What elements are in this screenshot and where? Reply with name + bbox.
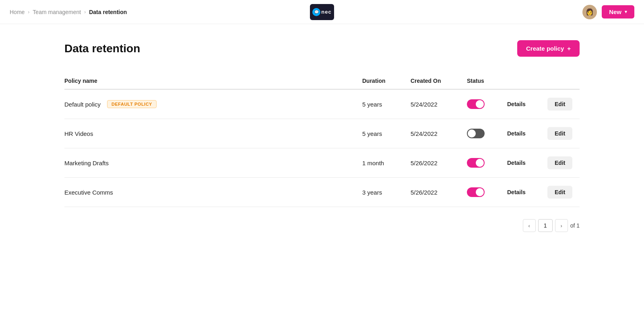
edit-button-2[interactable]: Edit xyxy=(547,156,572,169)
new-button-chevron: ▾ xyxy=(625,9,627,14)
pagination-next[interactable]: › xyxy=(555,219,568,232)
col-status-2[interactable] xyxy=(467,158,507,168)
col-created-2: 5/26/2022 xyxy=(411,160,467,166)
toggle-knob-0 xyxy=(476,100,484,108)
logo: 💬 nec xyxy=(310,4,334,20)
col-duration-3: 3 years xyxy=(362,189,411,196)
edit-button-1[interactable]: Edit xyxy=(547,127,572,140)
topbar: Home › Team management › Data retention … xyxy=(0,0,644,24)
col-header-policy-name: Policy name xyxy=(64,78,362,84)
col-duration-2: 1 month xyxy=(362,160,411,166)
policies-table: Policy name Duration Created On Status D… xyxy=(64,73,580,207)
table-row: HR Videos 5 years 5/24/2022 Details Edit xyxy=(64,119,580,148)
logo-text: nec xyxy=(321,9,331,15)
policy-name-0: Default policy xyxy=(64,101,101,108)
toggle-0[interactable] xyxy=(467,99,485,109)
col-edit-2: Edit xyxy=(547,156,580,169)
toggle-2[interactable] xyxy=(467,158,485,168)
new-button[interactable]: New ▾ xyxy=(602,5,634,18)
toggle-knob-3 xyxy=(476,188,484,196)
pagination-current-page[interactable] xyxy=(538,219,553,232)
pagination-of-label: of 1 xyxy=(570,222,580,229)
col-duration-0: 5 years xyxy=(362,101,411,108)
table-row: Default policy DEFAULT POLICY 5 years 5/… xyxy=(64,90,580,119)
pagination-prev[interactable]: ‹ xyxy=(523,219,536,232)
table-header: Policy name Duration Created On Status xyxy=(64,73,580,90)
page-header: Data retention Create policy + xyxy=(64,40,580,57)
toggle-knob-2 xyxy=(476,159,484,167)
toggle-3[interactable] xyxy=(467,187,485,197)
col-details-2[interactable]: Details xyxy=(507,160,547,166)
policy-name-3: Executive Comms xyxy=(64,189,113,196)
main-content: Data retention Create policy + Policy na… xyxy=(40,24,604,248)
col-header-details xyxy=(507,78,547,84)
col-edit-1: Edit xyxy=(547,127,580,140)
col-edit-3: Edit xyxy=(547,186,580,199)
col-header-duration: Duration xyxy=(362,78,411,84)
col-header-created-on: Created On xyxy=(411,78,467,84)
col-status-1[interactable] xyxy=(467,129,507,138)
col-created-1: 5/24/2022 xyxy=(411,130,467,137)
breadcrumb-team-management[interactable]: Team management xyxy=(33,9,81,15)
breadcrumb-current: Data retention xyxy=(89,9,127,15)
topbar-right: 👩 New ▾ xyxy=(582,5,634,19)
col-status-3[interactable] xyxy=(467,187,507,197)
col-status-0[interactable] xyxy=(467,99,507,109)
toggle-knob-1 xyxy=(468,129,476,138)
breadcrumb-sep-1: › xyxy=(28,9,29,15)
col-duration-1: 5 years xyxy=(362,130,411,137)
avatar[interactable]: 👩 xyxy=(582,5,597,19)
col-header-status: Status xyxy=(467,78,507,84)
row-name-cell-0: Default policy DEFAULT POLICY xyxy=(64,100,362,108)
policy-name-1: HR Videos xyxy=(64,130,93,137)
table-body: Default policy DEFAULT POLICY 5 years 5/… xyxy=(64,90,580,207)
logo-bubble: 💬 xyxy=(312,8,320,16)
row-name-cell-1: HR Videos xyxy=(64,130,362,137)
col-header-edit xyxy=(547,78,580,84)
policy-name-2: Marketing Drafts xyxy=(64,160,109,166)
row-name-cell-2: Marketing Drafts xyxy=(64,160,362,166)
create-policy-button[interactable]: Create policy + xyxy=(517,40,580,57)
breadcrumb: Home › Team management › Data retention xyxy=(10,9,127,15)
pagination: ‹ › of 1 xyxy=(64,219,580,232)
breadcrumb-sep-2: › xyxy=(84,9,86,15)
edit-button-0[interactable]: Edit xyxy=(547,98,572,111)
col-edit-0: Edit xyxy=(547,98,580,111)
col-details-0[interactable]: Details xyxy=(507,101,547,107)
create-policy-icon: + xyxy=(567,45,571,52)
row-name-cell-3: Executive Comms xyxy=(64,189,362,196)
page-title: Data retention xyxy=(64,42,140,55)
toggle-1[interactable] xyxy=(467,129,485,138)
edit-button-3[interactable]: Edit xyxy=(547,186,572,199)
table-row: Marketing Drafts 1 month 5/26/2022 Detai… xyxy=(64,148,580,178)
default-policy-badge: DEFAULT POLICY xyxy=(107,100,157,108)
table-row: Executive Comms 3 years 5/26/2022 Detail… xyxy=(64,178,580,207)
breadcrumb-home[interactable]: Home xyxy=(10,9,25,15)
col-details-1[interactable]: Details xyxy=(507,130,547,137)
col-created-0: 5/24/2022 xyxy=(411,101,467,108)
col-details-3[interactable]: Details xyxy=(507,189,547,195)
col-created-3: 5/26/2022 xyxy=(411,189,467,196)
